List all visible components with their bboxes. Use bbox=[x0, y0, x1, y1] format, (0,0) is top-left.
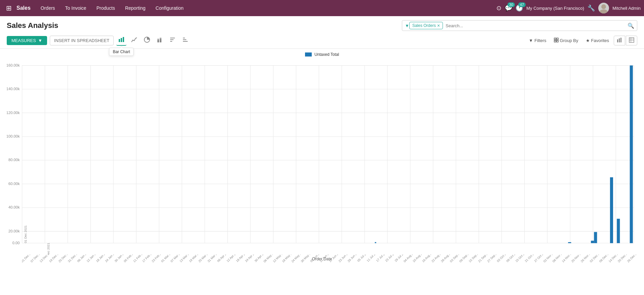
settings-icon[interactable]: 🔧 bbox=[588, 4, 595, 12]
main-menu: Orders To Invoice Products Reporting Con… bbox=[36, 3, 494, 13]
company-label[interactable]: My Company (San Francisco) bbox=[526, 6, 584, 11]
bar-chart-tooltip: Bar Chart bbox=[109, 48, 134, 56]
svg-rect-20 bbox=[617, 39, 618, 42]
page-title: Sales Analysis bbox=[7, 21, 58, 30]
search-input[interactable] bbox=[446, 23, 628, 28]
toolbar: MEASURES ▼ INSERT IN SPREADSHEET Bar Cha… bbox=[0, 34, 644, 49]
filters-button[interactable]: ▼ Filters bbox=[525, 36, 550, 45]
search-tag-close[interactable]: × bbox=[437, 23, 440, 28]
filter-icon: ▼ bbox=[405, 23, 409, 28]
svg-text:100.00k: 100.00k bbox=[7, 134, 20, 138]
measures-button[interactable]: MEASURES ▼ bbox=[7, 36, 47, 45]
groupby-label: Group By bbox=[560, 38, 578, 43]
page-header: Sales Analysis ▼ Sales Orders × 🔍 bbox=[0, 16, 644, 34]
svg-rect-21 bbox=[619, 38, 620, 42]
measures-label: MEASURES bbox=[11, 38, 36, 43]
chart-area: 160.00k 140.00k 120.00k 100.00k 80.00k 6… bbox=[7, 60, 637, 255]
graph-view-button[interactable] bbox=[614, 36, 625, 45]
svg-text:80.00k: 80.00k bbox=[8, 158, 20, 162]
star-icon: ★ bbox=[586, 38, 590, 43]
menu-configuration[interactable]: Configuration bbox=[151, 3, 188, 13]
svg-rect-3 bbox=[121, 38, 122, 42]
topnav: ⊞ Sales Orders To Invoice Products Repor… bbox=[0, 0, 644, 16]
line-chart-button[interactable] bbox=[129, 35, 139, 45]
toolbar-right: ▼ Filters Group By ★ Favorites bbox=[525, 36, 637, 45]
menu-reporting[interactable]: Reporting bbox=[120, 3, 150, 13]
svg-text:120.00k: 120.00k bbox=[7, 110, 20, 114]
activities-count: 47 bbox=[518, 2, 526, 7]
svg-point-1 bbox=[600, 9, 608, 13]
insert-label: INSERT IN SPREADSHEET bbox=[54, 38, 109, 43]
search-tag-sales-orders[interactable]: Sales Orders × bbox=[409, 22, 443, 29]
pie-chart-button[interactable] bbox=[142, 35, 152, 45]
menu-to-invoice[interactable]: To Invoice bbox=[61, 3, 91, 13]
svg-rect-18 bbox=[554, 40, 556, 42]
stacked-chart-button[interactable] bbox=[155, 35, 165, 45]
menu-products[interactable]: Products bbox=[92, 3, 120, 13]
bar-chart-btn-wrap: Bar Chart bbox=[116, 35, 126, 46]
svg-text:140.00k: 140.00k bbox=[7, 87, 20, 91]
menu-orders[interactable]: Orders bbox=[36, 3, 60, 13]
sort-desc-button[interactable] bbox=[167, 35, 178, 45]
brand-label: Sales bbox=[16, 5, 31, 11]
messages-count: 30 bbox=[507, 2, 515, 7]
search-tag-label: Sales Orders bbox=[412, 23, 436, 28]
avatar[interactable] bbox=[598, 3, 609, 13]
svg-rect-6 bbox=[157, 40, 159, 42]
filters-label: Filters bbox=[534, 38, 546, 43]
bar-chart-button[interactable] bbox=[116, 35, 126, 46]
favorites-button[interactable]: ★ Favorites bbox=[582, 36, 612, 45]
svg-point-0 bbox=[601, 4, 606, 9]
svg-rect-2 bbox=[119, 39, 120, 42]
table-view-button[interactable] bbox=[626, 36, 637, 45]
chart-container: Untaxed Total 160.00k 140.00k 120.00k 10… bbox=[0, 49, 644, 287]
svg-rect-8 bbox=[160, 39, 161, 42]
chart-legend: Untaxed Total bbox=[7, 52, 637, 57]
svg-text:160.00k: 160.00k bbox=[7, 63, 20, 67]
measures-caret: ▼ bbox=[38, 38, 42, 43]
svg-text:0.00: 0.00 bbox=[12, 241, 20, 245]
svg-rect-23 bbox=[629, 38, 634, 42]
view-toggle bbox=[614, 36, 637, 45]
svg-rect-4 bbox=[123, 37, 124, 42]
legend-color-swatch bbox=[305, 52, 312, 57]
search-icon[interactable]: 🔍 bbox=[628, 23, 634, 29]
x-axis-area: 01 Dec 202107 Dec 202113 Dec 202119 Dec … bbox=[22, 255, 637, 287]
x-axis-label-title: Order Date bbox=[22, 286, 637, 287]
groupby-icon bbox=[554, 38, 559, 43]
search-bar: ▼ Sales Orders × 🔍 bbox=[402, 20, 637, 31]
groupby-button[interactable]: Group By bbox=[551, 36, 582, 45]
svg-rect-16 bbox=[554, 38, 556, 40]
insert-spreadsheet-button[interactable]: INSERT IN SPREADSHEET bbox=[50, 36, 114, 45]
svg-text:40.00k: 40.00k bbox=[8, 205, 20, 209]
messages-badge-wrap[interactable]: 💬 30 bbox=[505, 4, 512, 12]
activity-icon[interactable]: ⊙ bbox=[496, 4, 501, 12]
username[interactable]: Mitchell Admin bbox=[612, 6, 641, 11]
legend-label: Untaxed Total bbox=[314, 52, 339, 57]
activities-badge-wrap[interactable]: 🕐 47 bbox=[516, 4, 523, 12]
svg-rect-19 bbox=[557, 40, 558, 42]
svg-rect-7 bbox=[157, 39, 159, 40]
favorites-label: Favorites bbox=[591, 38, 609, 43]
apps-menu-icon[interactable]: ⊞ bbox=[3, 3, 14, 13]
svg-rect-17 bbox=[557, 38, 558, 40]
svg-text:60.00k: 60.00k bbox=[8, 182, 20, 186]
x-axis-labels bbox=[22, 224, 637, 255]
svg-rect-9 bbox=[160, 38, 161, 39]
sort-asc-button[interactable] bbox=[180, 35, 190, 45]
svg-rect-78 bbox=[630, 66, 633, 243]
svg-rect-22 bbox=[620, 38, 621, 42]
svg-text:20.00k: 20.00k bbox=[8, 229, 20, 233]
topnav-right: ⊙ 💬 30 🕐 47 My Company (San Francisco) 🔧… bbox=[496, 3, 641, 13]
filter-icon: ▼ bbox=[529, 38, 533, 43]
